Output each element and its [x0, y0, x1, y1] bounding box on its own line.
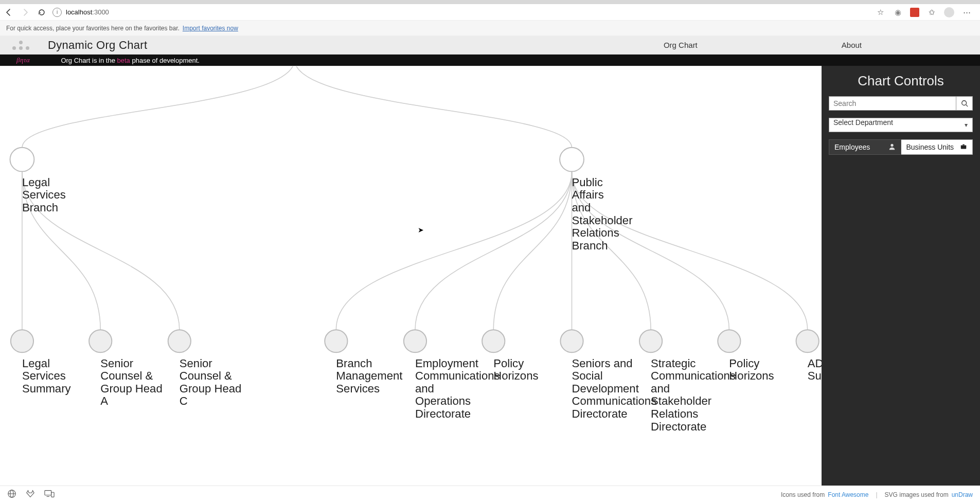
toggle-business-units[interactable]: Business Units [901, 139, 973, 155]
beta-banner: βητα Org Chart is in the beta phase of d… [0, 55, 980, 66]
svg-text:SeniorCounsel &Group HeadC: SeniorCounsel &Group HeadC [180, 357, 241, 408]
profile-avatar-icon[interactable] [944, 7, 954, 17]
org-node-sca[interactable]: SeniorCounsel &Group HeadA [89, 330, 163, 407]
search-input[interactable] [829, 96, 956, 111]
beta-badge: βητα [16, 56, 30, 64]
browser-address-bar: i localhost:3000 ☆ ◉ ✩ ⋯ [0, 4, 980, 21]
svg-rect-34 [51, 492, 54, 497]
nav-orgchart[interactable]: Org Chart [664, 41, 698, 49]
svg-text:StrategicCommunicationsandStak: StrategicCommunicationsandStakeholderRel… [651, 357, 736, 433]
svg-rect-32 [45, 491, 51, 495]
org-node-pasr[interactable]: PublicAffairsandStakeholderRelationsBran… [560, 148, 632, 252]
chart-controls-panel: Chart Controls Select Department ▾ Emplo… [822, 66, 980, 486]
svg-line-25 [966, 105, 968, 107]
user-icon [888, 143, 896, 152]
more-menu-icon[interactable]: ⋯ [961, 7, 972, 17]
search-button[interactable] [956, 96, 973, 111]
refresh-button[interactable] [36, 7, 47, 18]
beta-message: Org Chart is in the beta phase of develo… [61, 57, 200, 64]
extension-icon-1[interactable]: ◉ [893, 7, 903, 17]
footer-svg-text: SVG images used from [885, 491, 949, 498]
svg-point-4 [89, 330, 112, 352]
svg-point-6 [168, 330, 191, 352]
url-field[interactable]: i localhost:3000 [52, 6, 870, 19]
svg-text:SeniorCounsel &Group HeadA: SeniorCounsel &Group HeadA [100, 357, 162, 408]
extension-icon-2[interactable] [910, 8, 919, 17]
svg-text:LegalServicesSummary: LegalServicesSummary [22, 357, 71, 395]
footer-icon-gitlab[interactable] [26, 489, 35, 500]
controls-title: Chart Controls [829, 73, 973, 89]
svg-point-12 [404, 330, 426, 352]
footer-divider: | [876, 491, 877, 498]
org-node-adm[interactable]: ADMSup [796, 330, 822, 382]
svg-point-20 [718, 330, 740, 352]
footer-icons-text: Icons used from [781, 491, 825, 498]
browser-tabstrip [0, 0, 980, 4]
svg-point-8 [560, 148, 584, 172]
svg-rect-27 [961, 145, 967, 149]
svg-rect-28 [963, 144, 965, 145]
svg-point-2 [11, 330, 33, 352]
footer-icon-devices[interactable] [44, 489, 55, 500]
org-chart-canvas[interactable]: LegalServicesBranchLegalServicesSummaryS… [0, 66, 822, 486]
department-select[interactable]: Select Department [829, 118, 973, 132]
org-node-bms[interactable]: BranchManagementServices [325, 330, 402, 395]
org-node-lss[interactable]: LegalServicesSummary [11, 330, 71, 395]
svg-point-14 [482, 330, 505, 352]
svg-text:Seniors andSocialDevelopmentCo: Seniors andSocialDevelopmentCommunicatio… [572, 357, 657, 420]
toggle-units-label: Business Units [906, 143, 954, 151]
svg-text:PublicAffairsandStakeholderRel: PublicAffairsandStakeholderRelationsBran… [572, 176, 633, 252]
site-info-icon[interactable]: i [52, 8, 62, 17]
svg-text:PolicyHorizons: PolicyHorizons [493, 357, 538, 383]
svg-point-24 [961, 101, 966, 105]
svg-point-18 [639, 330, 662, 352]
toggle-employees-label: Employees [834, 143, 870, 151]
svg-text:BranchManagementServices: BranchManagementServices [336, 357, 402, 395]
import-favorites-link[interactable]: Import favorites now [183, 25, 238, 32]
svg-text:PolicyHorizons: PolicyHorizons [729, 357, 774, 383]
app-header: Dynamic Org Chart Org Chart About [0, 36, 980, 55]
back-button[interactable] [3, 7, 14, 18]
svg-point-26 [890, 143, 893, 146]
svg-text:LegalServicesBranch: LegalServicesBranch [22, 176, 66, 214]
svg-point-10 [325, 330, 347, 352]
footer-fontawesome-link[interactable]: Font Awesome [828, 491, 868, 498]
favorite-star-icon[interactable]: ☆ [875, 7, 885, 17]
svg-point-22 [796, 330, 819, 352]
toggle-employees[interactable]: Employees [829, 139, 901, 155]
org-node-scc[interactable]: SeniorCounsel &Group HeadC [168, 330, 242, 407]
window-dots-icon [12, 41, 29, 50]
app-title: Dynamic Org Chart [48, 39, 147, 52]
svg-text:ADMSup: ADMSup [808, 357, 822, 383]
briefcase-icon [960, 143, 967, 152]
footer-icon-globe[interactable] [7, 489, 16, 500]
svg-text:EmploymentCommunicationsandOpe: EmploymentCommunicationsandOperationsDir… [415, 357, 500, 420]
favorites-bar: For quick access, place your favorites h… [0, 21, 980, 36]
reading-list-icon[interactable]: ✩ [926, 7, 937, 17]
footer-undraw-link[interactable]: unDraw [952, 491, 973, 498]
favorites-hint: For quick access, place your favorites h… [6, 25, 180, 32]
forward-button[interactable] [20, 7, 31, 18]
svg-point-16 [560, 330, 583, 352]
nav-about[interactable]: About [842, 41, 862, 49]
svg-point-0 [10, 148, 34, 172]
footer: Icons used from Font Awesome | SVG image… [0, 486, 980, 503]
org-node-legal[interactable]: LegalServicesBranch [10, 148, 66, 214]
url-text: localhost:3000 [66, 8, 109, 16]
